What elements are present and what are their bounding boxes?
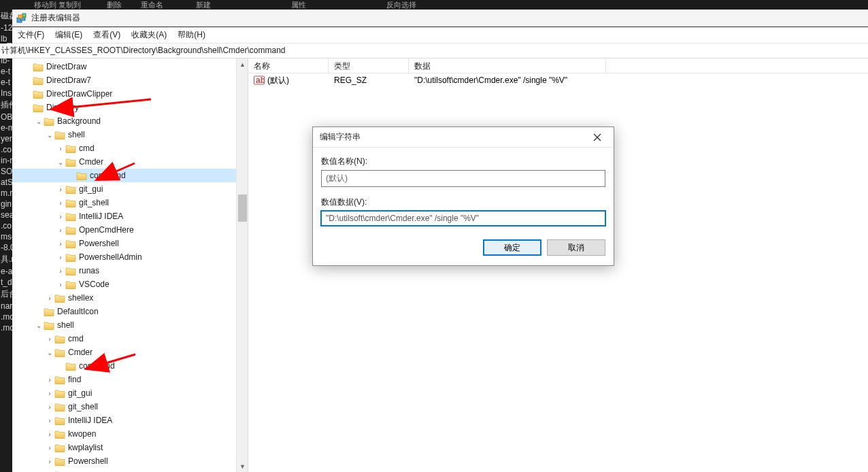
chevron-right-icon[interactable]: › <box>45 390 54 397</box>
dialog-titlebar[interactable]: 编辑字符串 <box>313 127 614 148</box>
tree-item-intellij-idea[interactable]: ›IntelliJ IDEA <box>12 414 248 427</box>
tree-item-git_gui[interactable]: ›git_gui <box>12 182 248 196</box>
left-gutter: 磁盘-12.lb_lb-lb-e-te-tIns插件OBSe-myer.coin… <box>0 10 12 472</box>
value-name-label: 数值名称(N): <box>321 156 605 167</box>
value-data: "D:\utilsoft\cmder\Cmder.exe" /single "%… <box>409 75 681 85</box>
folder-icon <box>54 416 65 425</box>
tree-item-git_shell[interactable]: ›git_shell <box>12 400 248 414</box>
scroll-down-icon[interactable]: ▼ <box>237 460 248 472</box>
tree-item-opencmdhere[interactable]: ›OpenCmdHere <box>12 223 248 237</box>
value-data-field[interactable] <box>321 211 605 226</box>
chevron-down-icon[interactable]: ⌄ <box>45 349 54 356</box>
tree-item-directory[interactable]: Directory <box>12 101 248 114</box>
chevron-right-icon[interactable]: › <box>56 213 65 220</box>
chevron-right-icon[interactable]: › <box>56 267 65 275</box>
folder-icon <box>54 130 65 139</box>
chevron-right-icon[interactable]: › <box>45 444 54 452</box>
tree-item-command[interactable]: command <box>12 169 248 182</box>
tree-item-defaulticon[interactable]: DefaultIcon <box>12 305 248 318</box>
chevron-right-icon[interactable]: › <box>45 403 54 411</box>
folder-icon <box>54 334 65 343</box>
tree-item-intellij-idea[interactable]: ›IntelliJ IDEA <box>12 209 248 223</box>
tree-item-powershell[interactable]: ›Powershell <box>12 237 248 250</box>
value-data-label: 数值数据(V): <box>321 197 605 208</box>
tree-item-runas[interactable]: ›runas <box>12 264 248 277</box>
tree-label: git_shell <box>68 402 98 411</box>
tree-item-directdrawclipper[interactable]: DirectDrawClipper <box>12 87 248 101</box>
folder-icon <box>54 443 65 452</box>
tree-item-command[interactable]: command <box>12 359 248 373</box>
menu-help[interactable]: 帮助(H) <box>178 29 205 41</box>
folder-icon <box>54 293 65 303</box>
scroll-up-icon[interactable]: ▲ <box>237 58 248 70</box>
tree-item-vscode[interactable]: ›VSCode <box>12 277 248 291</box>
tree-item-cmder[interactable]: ⌄Cmder <box>12 345 248 359</box>
address-bar[interactable]: 计算机\HKEY_CLASSES_ROOT\Directory\Backgrou… <box>0 44 868 58</box>
tree-item-shell[interactable]: ⌄shell <box>12 128 248 141</box>
string-value-icon <box>254 75 265 86</box>
tree-item-shell[interactable]: ⌄shell <box>12 318 248 332</box>
tree-item-directdraw[interactable]: DirectDraw <box>12 60 248 73</box>
chevron-right-icon[interactable]: › <box>45 294 54 302</box>
chevron-right-icon[interactable]: › <box>56 226 65 234</box>
scroll-thumb[interactable] <box>238 195 247 222</box>
chevron-down-icon[interactable]: ⌄ <box>56 158 65 166</box>
menu-edit[interactable]: 编辑(E) <box>55 29 82 41</box>
tree-label: shellex <box>68 293 93 303</box>
menu-file[interactable]: 文件(F) <box>18 29 44 41</box>
tree-label: Background <box>57 116 101 126</box>
folder-icon <box>76 171 87 180</box>
folder-icon <box>54 348 65 357</box>
tree-label: Cmder <box>79 157 103 167</box>
cancel-button[interactable]: 取消 <box>547 239 605 256</box>
tree-item-cmd[interactable]: ›cmd <box>12 141 248 155</box>
folder-icon <box>33 103 44 112</box>
chevron-right-icon[interactable]: › <box>56 240 65 248</box>
tree-item-powershelladmin[interactable]: ›PowershellAdmin <box>12 250 248 264</box>
folder-icon <box>65 252 76 262</box>
tree-item-git_shell[interactable]: ›git_shell <box>12 196 248 209</box>
tree-item-kwplaylist[interactable]: ›kwplaylist <box>12 441 248 454</box>
col-data[interactable]: 数据 <box>409 58 606 73</box>
col-type[interactable]: 类型 <box>329 58 409 73</box>
tree-item-cmd[interactable]: ›cmd <box>12 332 248 345</box>
tree-label: command <box>90 171 126 180</box>
list-row-default[interactable]: (默认) REG_SZ "D:\utilsoft\cmder\Cmder.exe… <box>248 73 868 87</box>
tree-label: git_shell <box>79 198 109 207</box>
chevron-right-icon[interactable]: › <box>45 458 54 465</box>
chevron-right-icon[interactable]: › <box>56 281 65 288</box>
chevron-right-icon[interactable]: › <box>45 417 54 424</box>
chevron-right-icon[interactable]: › <box>45 376 54 384</box>
chevron-right-icon[interactable]: › <box>56 199 65 207</box>
folder-icon <box>65 280 76 289</box>
tree-label: DirectDraw <box>46 62 86 71</box>
tree-item-item[interactable]: › <box>12 468 248 472</box>
menu-view[interactable]: 查看(V) <box>93 29 120 41</box>
col-name[interactable]: 名称 <box>248 58 329 73</box>
chevron-right-icon[interactable]: › <box>56 186 65 193</box>
chevron-right-icon[interactable]: › <box>56 254 65 261</box>
tree-item-cmder[interactable]: ⌄Cmder <box>12 155 248 169</box>
chevron-right-icon[interactable]: › <box>56 145 65 152</box>
menu-favorites[interactable]: 收藏夹(A) <box>131 29 167 41</box>
regedit-icon <box>16 13 27 24</box>
tree-scrollbar[interactable]: ▲ ▼ <box>236 58 248 472</box>
tree-item-kwopen[interactable]: ›kwopen <box>12 427 248 441</box>
tree-item-directdraw7[interactable]: DirectDraw7 <box>12 73 248 87</box>
close-icon[interactable] <box>584 128 611 147</box>
tree-item-find[interactable]: ›find <box>12 373 248 386</box>
ok-button[interactable]: 确定 <box>483 239 541 256</box>
chevron-right-icon[interactable]: › <box>45 335 54 343</box>
folder-icon <box>54 388 65 398</box>
tree-label: IntelliJ IDEA <box>79 212 123 221</box>
tree-item-git_gui[interactable]: ›git_gui <box>12 386 248 400</box>
chevron-right-icon[interactable]: › <box>45 431 54 438</box>
chevron-down-icon[interactable]: ⌄ <box>34 118 44 125</box>
tree-item-shellex[interactable]: ›shellex <box>12 291 248 305</box>
tree-item-background[interactable]: ⌄Background <box>12 114 248 128</box>
tree-label: PowershellAdmin <box>79 252 142 262</box>
chevron-down-icon[interactable]: ⌄ <box>45 131 54 139</box>
chevron-down-icon[interactable]: ⌄ <box>34 322 44 329</box>
folder-icon <box>65 184 76 194</box>
tree-item-powershell[interactable]: ›Powershell <box>12 454 248 468</box>
